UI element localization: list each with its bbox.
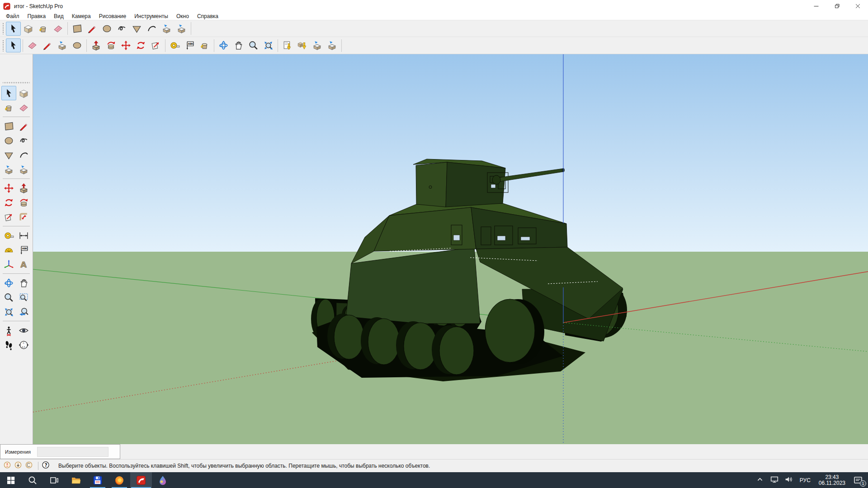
3d-text-tool[interactable] [16, 257, 31, 272]
menu-инструменты[interactable]: Инструменты [130, 13, 172, 20]
select-tool[interactable] [6, 22, 21, 36]
push-edge-4-tool[interactable] [325, 38, 340, 52]
pan-tool[interactable] [231, 38, 246, 52]
paint-bucket-tool[interactable] [1, 100, 16, 115]
minimize-button[interactable] [806, 0, 826, 12]
tray-chevron-up-button[interactable] [753, 474, 767, 486]
make-component-tool[interactable] [16, 86, 31, 100]
select-tool[interactable] [6, 38, 21, 52]
viewport-canvas[interactable] [33, 54, 868, 444]
rectangle-tool[interactable] [70, 22, 85, 36]
measurements-input[interactable] [37, 447, 108, 457]
zoom-extents-tool[interactable] [1, 305, 16, 319]
rectangle-tool[interactable] [1, 119, 16, 133]
line-tool[interactable] [16, 119, 31, 133]
paint-bucket-tool[interactable] [36, 22, 51, 36]
move-tool[interactable] [1, 181, 16, 195]
taskbar-file-explorer-button[interactable] [65, 472, 87, 488]
arc-tool[interactable] [144, 22, 159, 36]
taskbar-search-button[interactable] [22, 472, 43, 488]
menu-рисование[interactable]: Рисование [95, 13, 130, 20]
tape-measure-tool[interactable] [167, 38, 182, 52]
paint-bucket-tool[interactable] [197, 38, 212, 52]
orbit-tool[interactable] [216, 38, 231, 52]
status-claim-button[interactable] [3, 460, 14, 471]
language-indicator[interactable]: РУС [800, 477, 811, 483]
polygon-tool[interactable] [1, 148, 16, 162]
taskbar-task-view-button[interactable] [43, 472, 65, 488]
select-tool[interactable] [1, 86, 16, 100]
close-button[interactable] [847, 0, 868, 12]
push-edge-tool[interactable] [159, 22, 174, 36]
zoom-extents-tool[interactable] [261, 38, 276, 52]
menu-файл[interactable]: Файл [2, 13, 24, 20]
position-camera-tool[interactable] [1, 323, 16, 338]
taskbar-paint-3d-button[interactable] [152, 472, 174, 488]
pan-tool[interactable] [16, 276, 31, 290]
push-pull-tool[interactable] [89, 38, 104, 52]
tape-measure-tool[interactable] [1, 228, 16, 243]
orbit-tool[interactable] [1, 276, 16, 290]
dimension-tool[interactable] [16, 228, 31, 243]
taskbar-clock[interactable]: 23:43 06.11.2023 [819, 474, 845, 486]
zoom-tool[interactable] [1, 290, 16, 305]
taskbar-floppy-app-button[interactable] [87, 472, 108, 488]
toolbar-grip[interactable] [2, 23, 5, 34]
taskbar-sketchup-button[interactable] [130, 472, 152, 488]
circle-tool[interactable] [1, 133, 16, 148]
eraser-tool[interactable] [51, 22, 66, 36]
zoom-tool[interactable] [246, 38, 261, 52]
action-center-button[interactable]: 1 [853, 475, 864, 486]
menu-справка[interactable]: Справка [193, 13, 222, 20]
menu-правка[interactable]: Правка [24, 13, 50, 20]
push-edge-tool[interactable] [55, 38, 70, 52]
text-tool[interactable] [16, 243, 31, 257]
look-around-tool[interactable] [16, 323, 31, 338]
tray-volume-button[interactable] [782, 474, 796, 486]
scale-tool[interactable] [148, 38, 163, 52]
push-edge-tool[interactable] [1, 162, 16, 177]
push-edge-2-tool[interactable] [174, 22, 189, 36]
eraser-tool[interactable] [16, 100, 31, 115]
protractor-tool[interactable] [1, 243, 16, 257]
taskbar-firefox-button[interactable] [108, 472, 130, 488]
help-button[interactable] [41, 460, 52, 471]
eraser-tool[interactable] [25, 38, 40, 52]
taskbar-start-button[interactable] [0, 472, 22, 488]
freehand-tool[interactable] [114, 22, 129, 36]
menu-вид[interactable]: Вид [50, 13, 68, 20]
status-geo-button[interactable] [24, 460, 35, 471]
tray-network-button[interactable] [767, 474, 782, 486]
download-model-tool[interactable] [280, 38, 295, 52]
toolbar-grip[interactable] [2, 40, 5, 52]
offset-tool[interactable] [16, 210, 31, 224]
zoom-previous-tool[interactable] [16, 305, 31, 319]
follow-me-tool[interactable] [16, 195, 31, 210]
status-credit-button[interactable] [14, 460, 24, 471]
section-plane-tool[interactable] [16, 338, 31, 352]
circle-tool[interactable] [99, 22, 114, 36]
arc-tool[interactable] [16, 148, 31, 162]
line-tool[interactable] [85, 22, 99, 36]
text-tool[interactable] [182, 38, 197, 52]
menu-окно[interactable]: Окно [172, 13, 193, 20]
menu-камера[interactable]: Камера [68, 13, 95, 20]
freehand-tool[interactable] [16, 133, 31, 148]
upload-model-tool[interactable] [295, 38, 310, 52]
ellipse-tool[interactable] [70, 38, 85, 52]
line-tool[interactable] [40, 38, 55, 52]
scale-tool[interactable] [1, 210, 16, 224]
restore-button[interactable] [826, 0, 847, 12]
walk-tool[interactable] [1, 338, 16, 352]
model-viewport[interactable] [33, 54, 868, 444]
follow-me-tool[interactable] [104, 38, 118, 52]
rotate-tool[interactable] [133, 38, 148, 52]
rotate-tool[interactable] [1, 195, 16, 210]
move-tool[interactable] [118, 38, 133, 52]
polygon-tool[interactable] [129, 22, 144, 36]
make-component-tool[interactable] [21, 22, 36, 36]
axes-tool[interactable] [1, 257, 16, 272]
push-pull-tool[interactable] [16, 181, 31, 195]
push-edge-3-tool[interactable] [310, 38, 325, 52]
palette-grip[interactable] [3, 81, 30, 84]
